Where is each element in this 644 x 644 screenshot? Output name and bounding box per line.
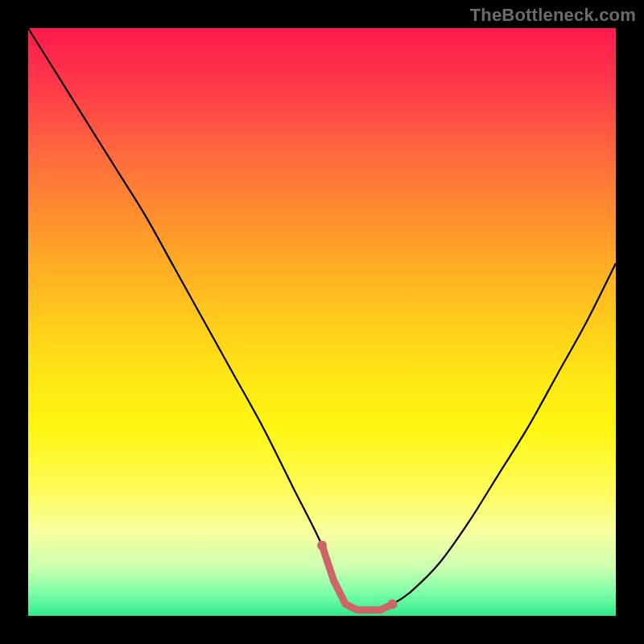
plot-area bbox=[28, 28, 616, 616]
chart-frame: TheBottleneck.com bbox=[0, 0, 644, 644]
curve-line bbox=[28, 28, 616, 610]
watermark-text: TheBottleneck.com bbox=[470, 5, 636, 26]
flat-segment bbox=[322, 545, 393, 609]
bottleneck-curve bbox=[28, 28, 616, 616]
flat-endpoint-left bbox=[317, 540, 327, 550]
flat-endpoint-right bbox=[388, 599, 398, 609]
